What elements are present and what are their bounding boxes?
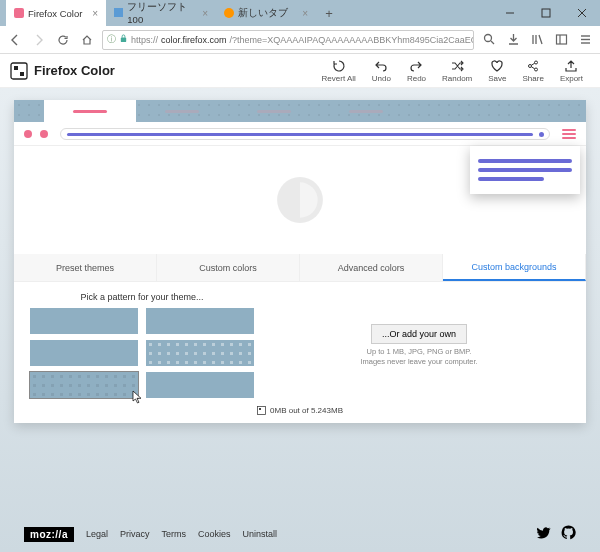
pattern-swatch-solid[interactable] (146, 308, 254, 334)
svg-point-18 (529, 64, 532, 67)
tab-bar: Preset themes Custom colors Advanced col… (14, 254, 586, 282)
footer-link-uninstall[interactable]: Uninstall (243, 529, 278, 539)
svg-rect-24 (258, 407, 266, 415)
svg-point-19 (535, 61, 538, 64)
tab-label: Firefox Color (28, 8, 82, 19)
svg-rect-17 (20, 72, 24, 76)
svg-line-21 (531, 63, 534, 65)
svg-line-9 (491, 41, 494, 44)
preview-tab-inactive (228, 100, 320, 122)
svg-point-20 (535, 68, 538, 71)
window-minimize-button[interactable] (492, 0, 528, 26)
preview-tab-inactive (136, 100, 228, 122)
tab-label: フリーソフト100 (127, 1, 198, 25)
pattern-swatch-dots-light[interactable] (146, 340, 254, 366)
preview-tab-inactive (320, 100, 412, 122)
menu-icon[interactable] (576, 31, 594, 49)
save-button[interactable]: Save (481, 59, 513, 83)
download-icon[interactable] (504, 31, 522, 49)
library-icon[interactable] (528, 31, 546, 49)
site-info-icon[interactable]: ⓘ (107, 33, 116, 46)
redo-icon (409, 59, 423, 73)
app-logo: Firefox Color (10, 62, 115, 80)
add-own-button[interactable]: ...Or add your own (371, 324, 467, 344)
heart-icon (490, 59, 504, 73)
content-area: Preset themes Custom colors Advanced col… (0, 88, 600, 552)
shuffle-icon (450, 59, 464, 73)
add-own-help: Up to 1 MB, JPG, PNG or BMP. Images neve… (360, 347, 477, 367)
nav-home-button[interactable] (78, 31, 96, 49)
tab-custom-colors[interactable]: Custom colors (157, 254, 300, 281)
url-bar[interactable]: ⓘ https://color.firefox.com/?theme=XQAAA… (102, 30, 474, 50)
svg-rect-16 (14, 66, 18, 70)
preview-menu-icon (562, 129, 576, 139)
storage-usage: 0MB out of 5.243MB (30, 406, 570, 415)
preview-toolbar (14, 122, 586, 146)
browser-toolbar: ⓘ https://color.firefox.com/?theme=XQAAA… (0, 26, 600, 54)
footer-link-cookies[interactable]: Cookies (198, 529, 231, 539)
github-icon[interactable] (561, 525, 576, 544)
redo-button[interactable]: Redo (400, 59, 433, 83)
close-tab-icon[interactable]: × (302, 8, 308, 19)
tab-advanced-colors[interactable]: Advanced colors (300, 254, 443, 281)
svg-rect-1 (114, 8, 123, 17)
footer-link-legal[interactable]: Legal (86, 529, 108, 539)
nav-back-button[interactable] (6, 31, 24, 49)
revert-all-button[interactable]: Revert All (315, 59, 363, 83)
window-maximize-button[interactable] (528, 0, 564, 26)
favicon-page (114, 8, 123, 18)
app-header: Firefox Color Revert All Undo Redo Rando… (0, 54, 600, 88)
panel-heading: Pick a pattern for your theme... (30, 292, 254, 302)
undo-icon (374, 59, 388, 73)
pattern-swatch-solid[interactable] (146, 372, 254, 398)
url-domain: color.firefox.com (161, 35, 227, 45)
app-title: Firefox Color (34, 63, 115, 78)
preview-url-bar (60, 128, 550, 140)
window-tab-new[interactable]: 新しいタブ × (216, 0, 316, 26)
preview-tab-strip (14, 100, 586, 122)
svg-rect-7 (121, 38, 126, 43)
window-tab-freesoft[interactable]: フリーソフト100 × (106, 0, 216, 26)
sidebar-icon[interactable] (552, 31, 570, 49)
svg-rect-4 (542, 9, 550, 17)
svg-rect-15 (11, 63, 27, 79)
nav-reload-button[interactable] (54, 31, 72, 49)
random-button[interactable]: Random (435, 59, 479, 83)
mozilla-logo[interactable]: moz://a (24, 527, 74, 542)
nav-forward-button[interactable] (30, 31, 48, 49)
window-tab-firefox-color[interactable]: Firefox Color × (6, 0, 106, 26)
undo-button[interactable]: Undo (365, 59, 398, 83)
storage-icon (257, 406, 266, 415)
window-close-button[interactable] (564, 0, 600, 26)
pattern-swatch-dots-dark[interactable] (30, 372, 138, 398)
preview-tab-active (44, 100, 136, 122)
tab-preset-themes[interactable]: Preset themes (14, 254, 157, 281)
pattern-grid (30, 308, 254, 398)
svg-line-22 (531, 66, 534, 68)
firefox-watermark-icon (274, 174, 326, 226)
search-icon[interactable] (480, 31, 498, 49)
twitter-icon[interactable] (536, 525, 551, 544)
pattern-swatch-solid[interactable] (30, 340, 138, 366)
export-icon (564, 59, 578, 73)
new-tab-button[interactable]: + (316, 0, 342, 26)
export-button[interactable]: Export (553, 59, 590, 83)
firefox-color-logo-icon (10, 62, 28, 80)
favicon-firefox (224, 8, 234, 18)
url-path: /?theme=XQAAAAIPAQAAAAAAAABBKYhm8495Cia2… (230, 35, 474, 45)
close-tab-icon[interactable]: × (202, 8, 208, 19)
svg-point-8 (484, 35, 491, 42)
preview-menu-popup (470, 146, 580, 194)
share-button[interactable]: Share (516, 59, 551, 83)
revert-icon (332, 59, 346, 73)
window-tab-strip: Firefox Color × フリーソフト100 × 新しいタブ × + (0, 0, 600, 26)
close-tab-icon[interactable]: × (92, 8, 98, 19)
footer-link-terms[interactable]: Terms (162, 529, 187, 539)
cursor-icon (132, 390, 142, 404)
svg-rect-10 (556, 35, 566, 44)
svg-point-2 (224, 8, 234, 18)
pattern-swatch-solid[interactable] (30, 308, 138, 334)
svg-rect-25 (259, 408, 261, 410)
footer-link-privacy[interactable]: Privacy (120, 529, 150, 539)
tab-custom-backgrounds[interactable]: Custom backgrounds (443, 254, 586, 281)
